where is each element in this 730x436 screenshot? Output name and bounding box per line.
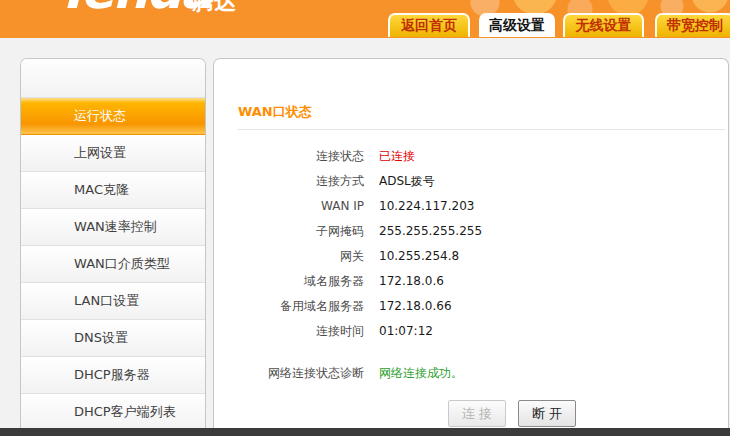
connection-status-value: 已连接 [379, 144, 415, 169]
status-rows: 连接状态 已连接 连接方式 ADSL拨号 WAN IP 10.224.117.2… [214, 144, 728, 386]
sidebar-item-running-status[interactable]: 运行状态 [21, 98, 205, 135]
tenda-logo-chinese: 腾达 [192, 0, 236, 17]
wan-status-panel: WAN口状态 连接状态 已连接 连接方式 ADSL拨号 WAN IP 10.22… [213, 58, 729, 428]
connection-status-label: 连接状态 [214, 144, 364, 169]
sidebar-item-dns-settings[interactable]: DNS设置 [21, 320, 205, 357]
sidebar: 运行状态 上网设置 MAC克隆 WAN速率控制 WAN口介质类型 LAN口设置 … [20, 58, 206, 428]
connection-mode-value: ADSL拨号 [379, 169, 435, 194]
sidebar-item-internet-settings[interactable]: 上网设置 [21, 135, 205, 172]
tab-home[interactable]: 返回首页 [388, 13, 470, 37]
backup-dns-server-value: 172.18.0.66 [379, 294, 452, 319]
table-row: 子网掩码 255.255.255.255 [214, 219, 728, 244]
subnet-mask-label: 子网掩码 [214, 219, 364, 244]
connection-time-label: 连接时间 [214, 319, 364, 344]
sidebar-item-dhcp-client-list[interactable]: DHCP客户端列表 [21, 394, 205, 428]
table-row: 网关 10.255.254.8 [214, 244, 728, 269]
table-row: 连接时间 01:07:12 [214, 319, 728, 344]
tab-wireless-settings[interactable]: 无线设置 [563, 13, 644, 37]
table-row: WAN IP 10.224.117.203 [214, 194, 728, 219]
bottom-dark-bar [0, 428, 730, 436]
diagnosis-row: 网络连接状态诊断 网络连接成功。 [214, 361, 728, 386]
network-diagnosis-value: 网络连接成功。 [379, 361, 463, 386]
page-title: WAN口状态 [238, 103, 725, 130]
table-row: 连接方式 ADSL拨号 [214, 169, 728, 194]
table-row: 备用域名服务器 172.18.0.66 [214, 294, 728, 319]
gateway-label: 网关 [214, 244, 364, 269]
disconnect-button[interactable]: 断 开 [518, 400, 576, 427]
tab-bandwidth-control[interactable]: 带宽控制 [655, 13, 730, 37]
wan-ip-value: 10.224.117.203 [379, 194, 474, 219]
dns-server-value: 172.18.0.6 [379, 269, 444, 294]
tenda-logo: Tenda [55, 0, 212, 20]
connection-time-value: 01:07:12 [379, 319, 433, 344]
sidebar-item-dhcp-server[interactable]: DHCP服务器 [21, 357, 205, 394]
sidebar-item-wan-speed-control[interactable]: WAN速率控制 [21, 209, 205, 246]
sidebar-blank-cell [21, 59, 205, 98]
table-row: 连接状态 已连接 [214, 144, 728, 169]
router-admin-page: Tenda 腾达 返回首页 高级设置 无线设置 带宽控制 运行状态 上网设置 M… [0, 0, 730, 436]
dns-server-label: 域名服务器 [214, 269, 364, 294]
connection-mode-label: 连接方式 [214, 169, 364, 194]
wan-ip-label: WAN IP [214, 194, 364, 219]
sidebar-item-wan-medium-type[interactable]: WAN口介质类型 [21, 246, 205, 283]
network-diagnosis-label: 网络连接状态诊断 [214, 361, 364, 386]
connect-button: 连 接 [448, 400, 506, 427]
gateway-value: 10.255.254.8 [379, 244, 459, 269]
subnet-mask-value: 255.255.255.255 [379, 219, 482, 244]
table-row: 域名服务器 172.18.0.6 [214, 269, 728, 294]
sidebar-item-lan-settings[interactable]: LAN口设置 [21, 283, 205, 320]
backup-dns-server-label: 备用域名服务器 [214, 294, 364, 319]
tab-advanced-settings[interactable]: 高级设置 [479, 13, 555, 37]
sidebar-item-mac-clone[interactable]: MAC克隆 [21, 172, 205, 209]
